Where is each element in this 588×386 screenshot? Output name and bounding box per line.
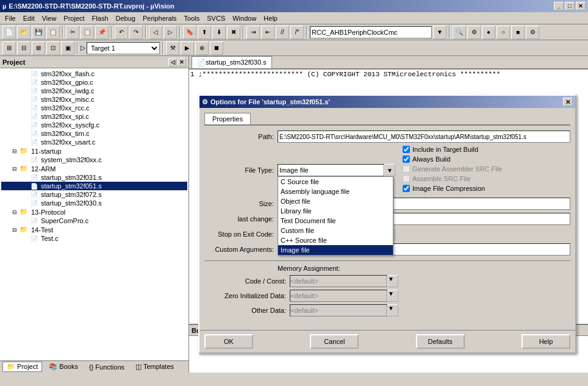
rcc-btn[interactable]: ▼: [433, 26, 446, 39]
path-input[interactable]: [278, 130, 570, 143]
dropdown-c-source[interactable]: C Source file: [278, 177, 393, 187]
tree-item-10[interactable]: 📄system_stm32f0xx.c: [1, 155, 187, 164]
dropdown-custom[interactable]: Custom file: [278, 226, 393, 235]
tree-item-13[interactable]: 📄startup_stm32f051.s: [1, 182, 187, 190]
other-data-input[interactable]: [290, 304, 387, 316]
tree-item-14[interactable]: 📄startup_stm32f072.s: [1, 190, 187, 199]
tree-item-0[interactable]: 📄stm32f0xx_flash.c: [1, 70, 187, 78]
tb2-btn3[interactable]: ⊠: [32, 41, 45, 55]
tree-item-7[interactable]: 📄stm32f0xx_tim.c: [1, 129, 187, 138]
gen-asm-src-checkbox[interactable]: [403, 165, 410, 173]
new-btn[interactable]: 📄: [2, 26, 16, 39]
dropdown-object[interactable]: Object file: [278, 196, 393, 206]
dropdown-asm[interactable]: Assembly language file: [278, 187, 393, 196]
zero-data-input[interactable]: [290, 290, 387, 302]
indent-btn[interactable]: ⇥: [246, 26, 260, 39]
close-btn[interactable]: ✕: [576, 2, 586, 10]
editor-tab-startup[interactable]: 📄 startup_stm32f030.s: [192, 56, 272, 68]
tool6-btn[interactable]: ⚙: [526, 26, 539, 39]
menu-debug[interactable]: Debug: [112, 13, 139, 23]
tool4-btn[interactable]: ○: [497, 26, 510, 39]
zero-data-btn[interactable]: ▼: [387, 290, 398, 302]
cut-btn[interactable]: ✂: [66, 26, 79, 39]
sidebar-close-btn[interactable]: ✕: [177, 58, 186, 66]
cancel-button[interactable]: Cancel: [310, 334, 359, 349]
target-combo[interactable]: Target 1: [87, 42, 160, 54]
tree-item-2[interactable]: 📄stm32f0xx_iwdg.c: [1, 87, 187, 95]
build-btn3[interactable]: ⊕: [195, 41, 209, 55]
save-btn[interactable]: 💾: [32, 26, 45, 39]
uncomment-btn[interactable]: /*: [290, 26, 304, 39]
ok-button[interactable]: OK: [204, 334, 253, 349]
menu-edit[interactable]: Edit: [20, 13, 38, 23]
tree-item-17[interactable]: 📄SuperComPro.c: [1, 216, 187, 225]
tool2-btn[interactable]: ⚙: [467, 26, 481, 39]
tree-item-8[interactable]: 📄stm32f0xx_usart.c: [1, 138, 187, 146]
tree-item-16[interactable]: ⊟📁13-Protocol: [1, 207, 187, 216]
tab-functions[interactable]: {} Functions: [85, 362, 129, 372]
file-type-select[interactable]: [278, 164, 384, 176]
clear-bookmark-btn[interactable]: ✖: [227, 26, 240, 39]
tab-templates[interactable]: ◫ Templates: [131, 362, 178, 372]
other-data-btn[interactable]: ▼: [387, 304, 398, 316]
dropdown-cpp[interactable]: C++ Source file: [278, 235, 393, 245]
build-btn2[interactable]: ▶: [181, 41, 194, 55]
include-target-build-checkbox[interactable]: [403, 146, 410, 153]
tree-item-1[interactable]: 📄stm32f0xx_gpio.c: [1, 78, 187, 87]
tb2-btn2[interactable]: ⊟: [17, 41, 30, 55]
code-const-input[interactable]: [290, 275, 387, 287]
bookmark-btn[interactable]: 🔖: [183, 26, 196, 39]
nav-back-btn[interactable]: ◁: [149, 26, 162, 39]
always-build-checkbox[interactable]: [403, 155, 410, 163]
dialog-tab-properties[interactable]: Properties: [204, 113, 251, 124]
menu-flash[interactable]: Flash: [88, 13, 112, 23]
tree-item-11[interactable]: ⊟📁12-ARM: [1, 164, 187, 173]
tb2-btn5[interactable]: ▣: [61, 41, 74, 55]
tree-item-3[interactable]: 📄stm32f0xx_misc.c: [1, 95, 187, 104]
tab-project[interactable]: 📁 Project: [2, 362, 42, 372]
menu-file[interactable]: File: [1, 13, 20, 23]
undo-btn[interactable]: ↶: [115, 26, 128, 39]
next-bookmark-btn[interactable]: ⬇: [212, 26, 226, 39]
menu-help[interactable]: Help: [260, 13, 281, 23]
options-dialog[interactable]: ⚙ Options for File 'startup_stm32f051.s'…: [198, 95, 576, 354]
code-const-btn[interactable]: ▼: [387, 275, 398, 287]
tree-item-9[interactable]: ⊟📁11-startup: [1, 146, 187, 155]
help-button[interactable]: Help: [522, 334, 570, 349]
tree-item-15[interactable]: 📄startup_stm32f030.s: [1, 199, 187, 207]
rcc-combo[interactable]: [310, 26, 432, 38]
save-all-btn[interactable]: 📋: [46, 26, 60, 39]
defaults-button[interactable]: Defaults: [416, 334, 465, 349]
unindent-btn[interactable]: ⇤: [261, 26, 274, 39]
dropdown-image[interactable]: Image file: [278, 245, 393, 255]
image-compression-checkbox[interactable]: [403, 185, 410, 192]
build-btn1[interactable]: ⚒: [166, 41, 179, 55]
menu-peripherals[interactable]: Peripherals: [139, 13, 181, 23]
dropdown-library[interactable]: Library file: [278, 206, 393, 216]
prev-bookmark-btn[interactable]: ⬆: [198, 26, 211, 39]
file-type-dropdown-btn[interactable]: ▼: [384, 164, 395, 176]
redo-btn[interactable]: ↷: [129, 26, 143, 39]
menu-project[interactable]: Project: [60, 13, 88, 23]
menu-window[interactable]: Window: [229, 13, 260, 23]
tree-item-4[interactable]: 📄stm32f0xx_rcc.c: [1, 104, 187, 112]
tab-books[interactable]: 📚 Books: [45, 362, 82, 372]
tool1-btn[interactable]: 🔍: [453, 26, 466, 39]
tree-item-18[interactable]: ⊟📁14-Test: [1, 225, 187, 234]
open-btn[interactable]: 📂: [17, 26, 30, 39]
menu-svcs[interactable]: SVCS: [203, 13, 229, 23]
build-btn4[interactable]: ⏹: [210, 41, 223, 55]
tb2-btn1[interactable]: ⊞: [2, 41, 16, 55]
paste-btn[interactable]: 📌: [95, 26, 109, 39]
tree-item-6[interactable]: 📄stm32f0xx_syscfg.c: [1, 121, 187, 129]
maximize-btn[interactable]: □: [565, 2, 575, 10]
minimize-btn[interactable]: _: [554, 2, 564, 10]
dialog-close-btn[interactable]: ✕: [563, 98, 573, 106]
menu-tools[interactable]: Tools: [181, 13, 204, 23]
sidebar-left-btn[interactable]: ◁: [168, 58, 177, 66]
tool5-btn[interactable]: ■: [511, 26, 525, 39]
dropdown-text[interactable]: Text Document file: [278, 216, 393, 226]
tree-item-5[interactable]: 📄stm32f0xx_spi.c: [1, 112, 187, 121]
tree-item-19[interactable]: 📄Test.c: [1, 234, 187, 243]
menu-view[interactable]: View: [38, 13, 60, 23]
